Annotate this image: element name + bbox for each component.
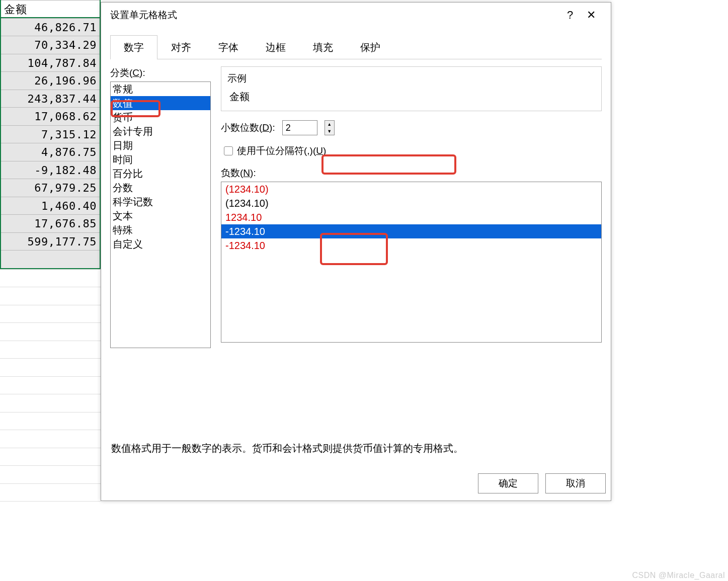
category-item[interactable]: 时间 <box>111 152 210 167</box>
category-item[interactable]: 数值 <box>111 96 210 110</box>
dialog-title: 设置单元格格式 <box>110 9 177 22</box>
dialog-titlebar: 设置单元格格式 ? ✕ <box>101 3 611 28</box>
category-item[interactable]: 百分比 <box>111 167 210 181</box>
tab-字体[interactable]: 字体 <box>205 35 252 59</box>
negative-option[interactable]: -1234.10 <box>221 224 601 238</box>
category-item[interactable]: 分数 <box>111 181 210 195</box>
category-item[interactable]: 文本 <box>111 209 210 223</box>
tab-对齐[interactable]: 对齐 <box>157 35 205 59</box>
category-item[interactable]: 日期 <box>111 138 210 152</box>
format-description: 数值格式用于一般数字的表示。货币和会计格式则提供货币值计算的专用格式。 <box>101 422 611 455</box>
empty-cell[interactable] <box>0 322 101 341</box>
data-cell[interactable]: 67,979.25 <box>1 179 100 197</box>
column-header[interactable]: 金额 <box>1 0 100 18</box>
tab-填充[interactable]: 填充 <box>299 35 347 59</box>
negative-option[interactable]: -1234.10 <box>221 238 601 253</box>
category-item[interactable]: 科学记数 <box>111 195 210 209</box>
ok-button[interactable]: 确定 <box>478 473 538 493</box>
data-cell[interactable]: 243,837.44 <box>1 90 100 108</box>
data-cell[interactable]: -9,182.48 <box>1 161 100 179</box>
example-label: 示例 <box>227 72 595 85</box>
data-cell[interactable]: 26,196.96 <box>1 71 100 90</box>
data-cell[interactable]: 17,676.85 <box>1 214 100 232</box>
selected-column[interactable]: 金额46,826.7170,334.29104,787.8426,196.962… <box>0 0 101 269</box>
negative-option[interactable]: (1234.10) <box>221 182 601 196</box>
example-box: 示例 金额 <box>221 66 602 111</box>
dialog-tabs: 数字对齐字体边框填充保护 <box>110 35 602 59</box>
empty-cell[interactable] <box>0 287 101 305</box>
decimal-spinner[interactable]: ▲ ▼ <box>325 120 335 135</box>
thousands-separator-checkbox[interactable] <box>224 146 233 155</box>
thousands-separator-row[interactable]: 使用千位分隔符(,)(U) <box>221 142 602 159</box>
category-item[interactable]: 自定义 <box>111 237 210 251</box>
category-panel: 分类(C): 常规数值货币会计专用日期时间百分比分数科学记数文本特殊自定义 <box>110 66 211 422</box>
watermark: CSDN @Miracle_Gaaral <box>632 571 725 580</box>
empty-cell[interactable] <box>0 269 101 287</box>
data-cell[interactable]: 17,068.62 <box>1 107 100 125</box>
negative-numbers-label: 负数(N): <box>221 167 602 180</box>
decimal-places-label: 小数位数(D): <box>221 121 275 134</box>
example-value: 金额 <box>227 90 595 104</box>
empty-cell[interactable] <box>0 394 101 412</box>
negative-option[interactable]: (1234.10) <box>221 196 601 210</box>
tab-数字[interactable]: 数字 <box>110 35 157 59</box>
category-item[interactable]: 会计专用 <box>111 124 210 138</box>
data-cell-empty[interactable] <box>1 250 100 268</box>
help-icon[interactable]: ? <box>559 9 581 22</box>
close-icon[interactable]: ✕ <box>581 9 602 22</box>
data-cell[interactable]: 599,177.75 <box>1 232 100 251</box>
category-item[interactable]: 货币 <box>111 110 210 124</box>
format-cells-dialog: 设置单元格格式 ? ✕ 数字对齐字体边框填充保护 分类(C): 常规数值货币会计… <box>101 2 611 501</box>
empty-cell[interactable] <box>0 376 101 394</box>
data-cell[interactable]: 1,460.40 <box>1 197 100 215</box>
negative-option[interactable]: 1234.10 <box>221 210 601 224</box>
empty-cell[interactable] <box>0 501 101 519</box>
negative-numbers-list[interactable]: (1234.10)(1234.10)1234.10-1234.10-1234.1… <box>221 182 602 343</box>
category-item[interactable]: 常规 <box>111 82 210 96</box>
category-label: 分类(C): <box>110 66 211 79</box>
tab-保护[interactable]: 保护 <box>347 35 394 59</box>
empty-cell[interactable] <box>0 465 101 483</box>
empty-cell[interactable] <box>0 483 101 502</box>
tab-边框[interactable]: 边框 <box>252 35 299 59</box>
thousands-separator-label: 使用千位分隔符(,)(U) <box>237 144 326 157</box>
spreadsheet-column: 金额46,826.7170,334.29104,787.8426,196.962… <box>0 0 101 503</box>
data-cell[interactable]: 7,315.12 <box>1 125 100 143</box>
number-settings-panel: 示例 金额 小数位数(D): ▲ ▼ 使用千位分隔符(,)(U) <box>221 66 602 422</box>
empty-cell[interactable] <box>0 305 101 323</box>
spinner-up-icon[interactable]: ▲ <box>325 121 334 128</box>
empty-cell[interactable] <box>0 341 101 359</box>
data-cell[interactable]: 46,826.71 <box>1 18 100 36</box>
decimal-places-input[interactable] <box>282 120 317 135</box>
empty-cell[interactable] <box>0 358 101 376</box>
data-cell[interactable]: 4,876.75 <box>1 143 100 161</box>
empty-cell[interactable] <box>0 412 101 430</box>
spinner-down-icon[interactable]: ▼ <box>325 128 334 135</box>
category-item[interactable]: 特殊 <box>111 223 210 237</box>
empty-cell[interactable] <box>0 430 101 448</box>
data-cell[interactable]: 70,334.29 <box>1 36 100 54</box>
category-list[interactable]: 常规数值货币会计专用日期时间百分比分数科学记数文本特殊自定义 <box>110 81 211 348</box>
decimal-places-row: 小数位数(D): ▲ ▼ <box>221 120 602 135</box>
data-cell[interactable]: 104,787.84 <box>1 54 100 72</box>
dialog-button-row: 确定 取消 <box>478 473 606 493</box>
empty-cell[interactable] <box>0 448 101 466</box>
cancel-button[interactable]: 取消 <box>545 473 606 493</box>
